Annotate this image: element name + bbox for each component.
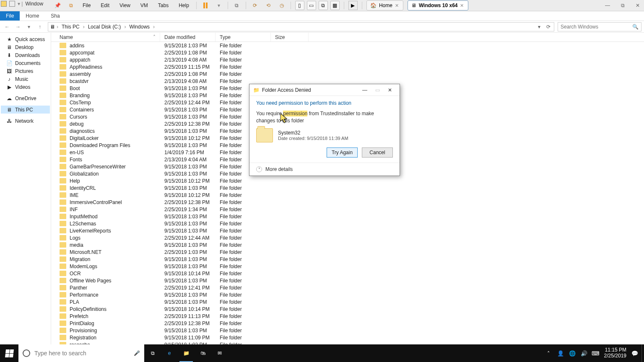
microphone-icon[interactable]: 🎤	[134, 350, 140, 356]
nav-back-button[interactable]: ←	[3, 22, 12, 31]
cancel-button[interactable]: Cancel	[362, 147, 393, 158]
tray-clock[interactable]: 11:15 PM 2/25/2019	[604, 347, 626, 359]
show-desktop-button[interactable]	[641, 344, 644, 362]
vm-menu-edit[interactable]: Edit	[98, 1, 112, 10]
tray-network-icon[interactable]: 🌐	[569, 350, 576, 357]
taskbar-explorer[interactable]: 📁	[178, 344, 195, 362]
file-row[interactable]: Microsoft.NET2/25/2019 1:03 PMFile folde…	[51, 248, 644, 256]
tray-input-icon[interactable]: ⌨	[592, 350, 599, 357]
address-bar[interactable]: 🖥 › This PC › Local Disk (C:) › Windows …	[48, 22, 554, 31]
breadcrumb-thispc[interactable]: This PC	[60, 23, 81, 30]
file-row[interactable]: Help9/15/2018 10:12 PMFile folder	[51, 177, 644, 184]
ribbon-file-tab[interactable]: File	[0, 11, 20, 21]
file-row[interactable]: media9/15/2018 1:03 PMFile folder	[51, 241, 644, 248]
vm-snapshot-icon[interactable]: ⧉	[232, 1, 242, 10]
explorer-search-input[interactable]	[561, 24, 632, 30]
nav-item-desktop[interactable]: 🖥Desktop	[1, 43, 50, 51]
file-row[interactable]: addins9/15/2018 1:03 PMFile folder	[51, 42, 644, 49]
dialog-titlebar[interactable]: 📁 Folder Access Denied ― ▭ ✕	[249, 84, 400, 96]
file-row[interactable]: INF2/25/2019 1:34 PMFile folder	[51, 206, 644, 213]
file-row[interactable]: LiveKernelReports9/15/2018 1:03 PMFile f…	[51, 227, 644, 234]
file-row[interactable]: Registration9/15/2018 11:09 PMFile folde…	[51, 334, 644, 341]
taskbar-edge[interactable]: e	[161, 344, 178, 362]
vm-host-minimize[interactable]: —	[604, 2, 611, 9]
vm-tab-active[interactable]: 🖥 Windows 10 x64 ✕	[408, 0, 469, 10]
dialog-minimize-button[interactable]: ―	[358, 85, 371, 95]
file-row[interactable]: Logs2/25/2019 12:44 AMFile folder	[51, 234, 644, 241]
file-row[interactable]: Panther2/25/2019 12:41 PMFile folder	[51, 284, 644, 291]
ribbon-home-tab[interactable]: Home	[20, 11, 45, 21]
file-row[interactable]: InputMethod9/15/2018 1:03 PMFile folder	[51, 213, 644, 220]
vm-clock1-icon[interactable]: ⟳	[250, 1, 260, 10]
file-row[interactable]: PLA9/15/2018 1:03 PMFile folder	[51, 298, 644, 305]
nav-forward-button[interactable]: →	[13, 22, 23, 31]
file-row[interactable]: appcompat2/25/2019 1:08 PMFile folder	[51, 49, 644, 56]
vm-menu-view[interactable]: View	[117, 1, 133, 10]
vm-menu-help[interactable]: Help	[176, 1, 192, 10]
file-row[interactable]: Offline Web Pages9/15/2018 1:03 PMFile f…	[51, 277, 644, 284]
vm-library-icon[interactable]: ⧉	[66, 1, 75, 10]
address-refresh-button[interactable]: ⟳	[545, 23, 552, 31]
vm-layout-1[interactable]: ▯	[295, 1, 304, 10]
address-history-dropdown[interactable]: ▾	[535, 23, 543, 31]
breadcrumb-localdisk[interactable]: Local Disk (C:)	[86, 23, 123, 30]
vm-pause-button[interactable]	[201, 1, 210, 10]
file-row[interactable]: assembly2/25/2019 1:08 PMFile folder	[51, 70, 644, 78]
file-row[interactable]: IdentityCRL9/15/2018 1:03 PMFile folder	[51, 184, 644, 191]
file-row[interactable]: PrintDialog2/25/2019 12:38 PMFile folder	[51, 320, 644, 327]
vm-host-close[interactable]: ✕	[634, 2, 641, 9]
try-again-button[interactable]: Try Again	[327, 147, 358, 158]
file-row[interactable]: IME9/15/2018 10:12 PMFile folder	[51, 191, 644, 199]
column-type[interactable]: Type	[216, 33, 271, 41]
taskbar-search-input[interactable]	[34, 350, 130, 357]
taskbar-search[interactable]: 🎤	[18, 344, 144, 362]
nav-item-documents[interactable]: 📄Documents	[1, 59, 50, 67]
vm-pin-icon[interactable]: 📌	[53, 1, 62, 10]
file-row[interactable]: Provisioning9/15/2018 1:03 PMFile folder	[51, 327, 644, 334]
file-row[interactable]: AppReadiness2/25/2019 11:15 PMFile folde…	[51, 63, 644, 70]
vm-menu-tabs[interactable]: Tabs	[155, 1, 171, 10]
vm-tab-home[interactable]: 🏠 Home ✕	[366, 0, 403, 10]
nav-up-button[interactable]: ↑	[35, 22, 44, 31]
dialog-close-button[interactable]: ✕	[384, 85, 396, 95]
taskbar-store[interactable]: 🛍	[195, 344, 211, 362]
vm-menu-file[interactable]: File	[80, 1, 93, 10]
start-button[interactable]	[0, 344, 18, 362]
nav-item-pictures[interactable]: 🖼Pictures	[1, 67, 50, 75]
tray-volume-icon[interactable]: 🔊	[581, 350, 587, 357]
tray-action-center-icon[interactable]: 💬	[631, 350, 638, 357]
column-size[interactable]: Size	[271, 33, 309, 41]
nav-network[interactable]: 🖧Network	[1, 117, 50, 125]
nav-onedrive[interactable]: ☁OneDrive	[1, 94, 50, 102]
file-row[interactable]: Migration9/15/2018 1:03 PMFile folder	[51, 256, 644, 263]
vm-layout-2[interactable]: ▭	[307, 1, 316, 10]
ribbon-share-tab[interactable]: Sha	[45, 11, 65, 21]
nav-item-videos[interactable]: ▶Videos	[1, 83, 50, 91]
file-row[interactable]: Performance9/15/2018 1:03 PMFile folder	[51, 291, 644, 298]
nav-item-music[interactable]: ♪Music	[1, 75, 50, 83]
nav-this-pc[interactable]: 🖥This PC	[1, 106, 50, 114]
taskbar-mail[interactable]: ✉	[211, 344, 228, 362]
file-row[interactable]: apppatch2/13/2019 4:08 AMFile folder	[51, 56, 644, 63]
file-row[interactable]: OCR9/15/2018 10:14 PMFile folder	[51, 270, 644, 277]
column-date[interactable]: Date modified	[160, 33, 216, 41]
dialog-more-details[interactable]: ˅ More details	[249, 163, 400, 176]
tray-people-icon[interactable]: 👤	[557, 350, 564, 357]
task-view-button[interactable]: ⧉	[144, 344, 161, 362]
file-row[interactable]: ModemLogs9/15/2018 1:03 PMFile folder	[51, 263, 644, 270]
vm-layout-3[interactable]: ⧉	[319, 1, 328, 10]
vm-tab-active-close[interactable]: ✕	[460, 3, 464, 8]
vm-tab-home-close[interactable]: ✕	[395, 3, 399, 8]
vm-pause-dropdown[interactable]: ▾	[214, 1, 223, 10]
file-row[interactable]: L2Schemas9/15/2018 1:03 PMFile folder	[51, 220, 644, 227]
vm-menu-vm[interactable]: VM	[138, 1, 151, 10]
vm-host-restore[interactable]: ⧉	[619, 2, 626, 9]
file-row[interactable]: ImmersiveControlPanel2/25/2019 12:38 PMF…	[51, 199, 644, 206]
vm-layout-4[interactable]: ▦	[330, 1, 340, 10]
column-name[interactable]: Name˄	[51, 33, 160, 41]
tray-overflow-icon[interactable]: ˄	[545, 350, 552, 357]
file-list[interactable]: Name˄ Date modified Type Size addins9/15…	[51, 33, 644, 351]
vm-clock2-icon[interactable]: ⟲	[264, 1, 273, 10]
nav-quick-access[interactable]: ★Quick access	[1, 35, 50, 43]
file-row[interactable]: Prefetch2/25/2019 11:13 PMFile folder	[51, 313, 644, 320]
